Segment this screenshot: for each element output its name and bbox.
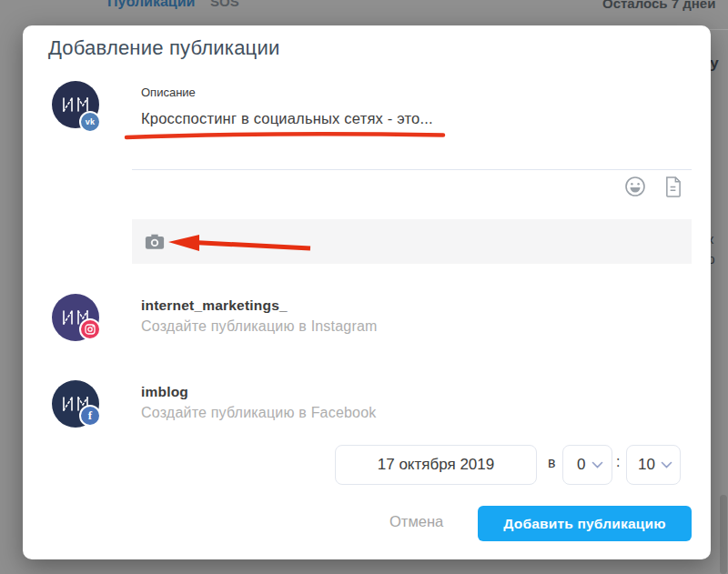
instagram-camera-icon [85,324,96,335]
background-nav-publications: Публикации [107,0,195,10]
instagram-account-hint: Создайте публикацию в Instagram [141,318,378,335]
background-divider [707,29,728,30]
background-nav-sos: SOS [210,0,239,9]
date-picker-input[interactable]: 17 октября 2019 [335,445,537,485]
editor-divider [132,169,692,170]
time-separator-label: : [616,454,620,470]
page-scrollbar[interactable] [720,495,727,574]
minute-value: 10 [638,456,655,474]
attach-document-button[interactable] [660,174,685,199]
chevron-down-icon [661,461,672,468]
description-label: Описание [141,86,196,99]
cancel-button[interactable]: Отмена [389,513,443,530]
vk-badge-icon: vk [79,111,101,133]
facebook-account-hint: Создайте публикацию в Facebook [141,405,377,421]
hour-value: 0 [577,456,585,474]
add-photo-button[interactable] [145,233,165,250]
chevron-down-icon [592,461,603,468]
add-publication-button[interactable]: Добавить публикацию [478,506,692,541]
instagram-account-name: internet_marketings_ [141,297,288,314]
time-preposition-label: в [548,455,556,471]
facebook-account-name: imblog [141,384,188,400]
red-underline-annotation [123,129,447,142]
add-publication-modal: Добавление публикации vk Описание Кроссп… [23,25,711,559]
emoji-button[interactable] [622,174,648,199]
photo-upload-area[interactable] [132,219,692,264]
document-icon [664,176,682,197]
modal-title: Добавление публикации [48,36,279,60]
emoji-smile-icon [624,176,646,197]
camera-icon [145,233,165,250]
description-input[interactable]: Кросспостинг в социальных сетях - это... [141,110,487,127]
instagram-badge-icon [79,318,101,340]
facebook-badge-icon: f [79,405,101,427]
background-days-left: Осталось 7 дней [602,0,715,11]
hour-select[interactable]: 0 [562,445,612,485]
minute-select[interactable]: 10 [626,445,681,485]
